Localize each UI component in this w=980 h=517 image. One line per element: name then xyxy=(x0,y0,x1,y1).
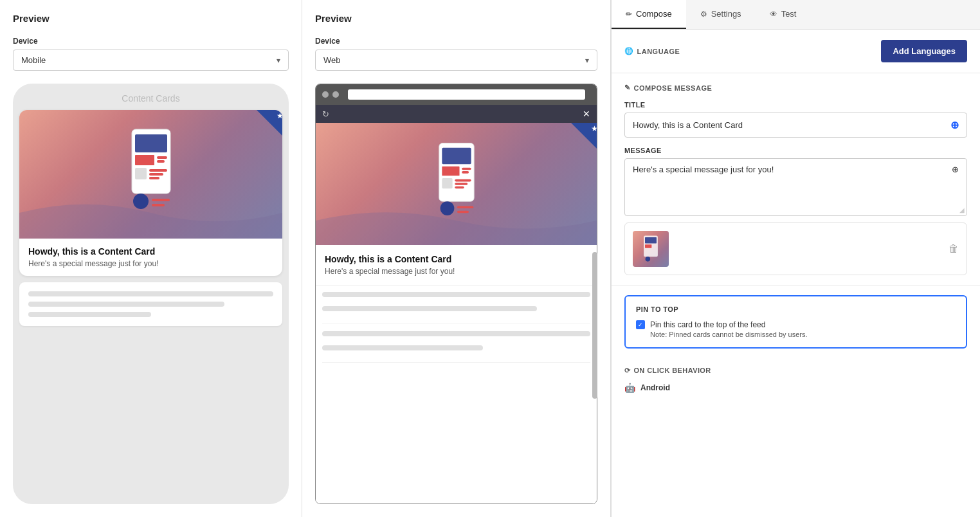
compose-message-section: ✎ COMPOSE MESSAGE TITLE Howdy, this is a… xyxy=(612,73,980,286)
placeholder-line xyxy=(28,291,273,296)
settings-icon: ⚙ xyxy=(700,10,707,19)
browser-toolbar: ↻ ✕ xyxy=(316,105,597,123)
wave-overlay xyxy=(19,187,282,239)
tabs-bar: ✏ Compose ⚙ Settings 👁 Test xyxy=(612,0,980,30)
click-behavior-section: ⟳ ON CLICK BEHAVIOR 🤖 Android xyxy=(612,358,980,407)
add-languages-button[interactable]: Add Languages xyxy=(881,40,967,62)
web-preview-panel: Preview Device Web ▾ ↻ ✕ xyxy=(302,0,611,517)
tab-settings[interactable]: ⚙ Settings xyxy=(686,0,756,29)
web-device-select[interactable]: Web ▾ xyxy=(315,50,597,71)
compose-icon: ✏ xyxy=(626,10,632,19)
android-platform-row: 🤖 Android xyxy=(624,383,967,393)
title-plus-icon[interactable]: ⊕ xyxy=(950,119,959,131)
svg-rect-15 xyxy=(462,168,471,170)
pin-section-title: PIN TO TOP xyxy=(636,305,956,313)
svg-rect-16 xyxy=(462,171,469,174)
browser-close-button[interactable]: ✕ xyxy=(583,109,590,119)
svg-rect-19 xyxy=(455,183,467,185)
web-preview-title: Preview xyxy=(315,13,597,24)
message-textarea[interactable]: Here's a special message just for you! ⊕… xyxy=(624,158,967,216)
pin-note: Note: Pinned cards cannot be dismissed b… xyxy=(650,331,808,338)
globe-icon: 🌐 xyxy=(624,47,634,55)
language-section: 🌐 LANGUAGE Add Languages xyxy=(612,30,980,73)
title-input-value: Howdy, this is a Content Card xyxy=(633,120,743,130)
web-star-badge xyxy=(571,123,597,149)
svg-rect-2 xyxy=(135,155,154,165)
placeholder-line xyxy=(28,302,224,307)
mobile-mockup: Content Cards xyxy=(13,84,289,504)
svg-point-27 xyxy=(646,257,651,262)
mobile-preview-panel: Preview Device Mobile ▾ Content Cards xyxy=(0,0,302,517)
message-field-label: MESSAGE xyxy=(624,147,967,154)
placeholder-line xyxy=(28,312,151,317)
mobile-preview-title: Preview xyxy=(13,13,289,24)
web-wave-overlay xyxy=(316,196,597,245)
click-icon: ⟳ xyxy=(624,367,630,375)
pin-checkbox[interactable]: ✓ xyxy=(636,320,645,329)
chevron-down-icon: ▾ xyxy=(277,56,280,65)
svg-rect-20 xyxy=(455,186,464,189)
chevron-down-icon: ▾ xyxy=(585,56,589,65)
tab-compose[interactable]: ✏ Compose xyxy=(612,0,686,29)
android-icon: 🤖 xyxy=(624,383,635,393)
message-plus-icon[interactable]: ⊕ xyxy=(952,165,959,174)
svg-rect-4 xyxy=(157,160,165,163)
web-device-label: Device xyxy=(315,37,597,46)
message-textarea-value: Here's a special message just for you! xyxy=(633,165,774,174)
mockup-label: Content Cards xyxy=(122,93,179,104)
svg-rect-6 xyxy=(149,169,167,172)
pin-to-top-section: PIN TO TOP ✓ Pin this card to the top of… xyxy=(624,295,967,349)
svg-rect-13 xyxy=(442,148,471,164)
star-badge xyxy=(257,110,282,136)
test-icon: 👁 xyxy=(770,10,777,19)
delete-image-button[interactable]: 🗑 xyxy=(948,243,959,255)
right-panel: ✏ Compose ⚙ Settings 👁 Test 🌐 LANGUAGE A… xyxy=(611,0,980,517)
web-browser-mockup: ↻ ✕ xyxy=(315,84,597,504)
web-card-subtitle: Here's a special message just for you! xyxy=(325,267,588,276)
language-section-header: 🌐 LANGUAGE Add Languages xyxy=(624,40,967,62)
placeholder-line xyxy=(322,331,590,336)
web-placeholder-row xyxy=(322,292,590,323)
compose-message-title: ✎ COMPOSE MESSAGE xyxy=(624,84,967,92)
refresh-icon: ↻ xyxy=(322,109,329,119)
tab-test[interactable]: 👁 Test xyxy=(756,0,811,29)
web-browser-content: Howdy, this is a Content Card Here's a s… xyxy=(316,123,597,503)
mobile-device-value: Mobile xyxy=(21,55,46,65)
right-panel-content: 🌐 LANGUAGE Add Languages ✎ COMPOSE MESSA… xyxy=(612,30,980,517)
browser-address-bar xyxy=(348,89,585,100)
language-section-title: 🌐 LANGUAGE xyxy=(624,47,680,55)
web-placeholder-rows xyxy=(316,286,597,369)
svg-rect-14 xyxy=(442,167,459,176)
pin-label: Pin this card to the top of the feed xyxy=(650,320,808,331)
browser-toolbar-left: ↻ xyxy=(322,109,329,119)
web-card-title: Howdy, this is a Content Card xyxy=(325,254,588,264)
mobile-card-title: Howdy, this is a Content Card xyxy=(28,246,273,257)
svg-rect-7 xyxy=(149,173,163,176)
mobile-device-select[interactable]: Mobile ▾ xyxy=(13,50,289,71)
pin-checkbox-row: ✓ Pin this card to the top of the feed N… xyxy=(636,320,956,338)
title-field-label: TITLE xyxy=(624,101,967,109)
compose-edit-icon: ✎ xyxy=(624,84,631,92)
web-placeholder-row xyxy=(322,331,590,363)
click-behavior-title: ⟳ ON CLICK BEHAVIOR xyxy=(624,367,967,375)
image-preview-section: 🗑 xyxy=(624,222,967,275)
browser-titlebar xyxy=(316,84,597,105)
browser-dot xyxy=(322,91,329,98)
android-label: Android xyxy=(640,383,670,392)
web-device-value: Web xyxy=(323,55,341,65)
placeholder-line xyxy=(322,345,483,350)
resize-handle: ◢ xyxy=(959,206,965,213)
pin-checkbox-text: Pin this card to the top of the feed Not… xyxy=(650,320,808,338)
svg-rect-18 xyxy=(455,179,471,182)
web-card-image xyxy=(316,123,597,245)
title-input[interactable]: Howdy, this is a Content Card ⊕ xyxy=(624,113,967,138)
svg-rect-17 xyxy=(442,178,452,188)
mobile-card-subtitle: Here's a special message just for you! xyxy=(28,259,273,268)
placeholder-card xyxy=(19,282,282,326)
svg-rect-25 xyxy=(645,237,657,244)
image-thumbnail xyxy=(633,231,669,267)
placeholder-line xyxy=(322,306,537,311)
mobile-device-label: Device xyxy=(13,37,289,46)
svg-rect-3 xyxy=(157,156,167,159)
svg-rect-1 xyxy=(135,134,167,152)
